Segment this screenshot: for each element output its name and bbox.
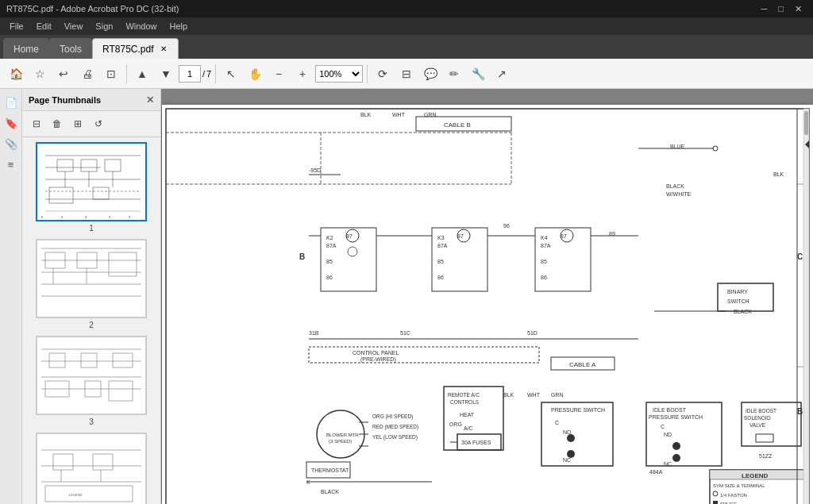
svg-text:86: 86 (541, 275, 547, 280)
svg-text:SWITCH: SWITCH (727, 298, 749, 304)
svg-text:W/WHITE: W/WHITE (666, 191, 691, 197)
tools2-button[interactable]: 🔧 (467, 63, 489, 85)
svg-text:85: 85 (541, 259, 547, 264)
svg-text:BLK: BLK (503, 392, 514, 398)
menu-sign[interactable]: Sign (89, 17, 119, 35)
svg-point-136 (567, 434, 575, 442)
svg-text:K4: K4 (541, 235, 548, 240)
tab-home[interactable]: Home (3, 38, 49, 59)
svg-text:WHT: WHT (392, 112, 406, 117)
thumbnail-page-4[interactable]: LEGEND 4 (27, 433, 156, 504)
svg-text:87A: 87A (326, 243, 337, 248)
svg-text:IDLE BOOST: IDLE BOOST (653, 407, 687, 413)
menu-help[interactable]: Help (164, 17, 195, 35)
svg-text:96: 96 (503, 223, 510, 229)
attachments-icon[interactable]: 📎 (2, 135, 20, 152)
svg-text:NC: NC (664, 461, 672, 467)
thumbnail-rotate-button[interactable]: ↺ (89, 114, 108, 133)
zoom-in-button[interactable]: + (291, 63, 314, 85)
bookmarks-icon[interactable]: 🔖 (2, 114, 20, 132)
svg-rect-221 (803, 109, 809, 504)
wiring-diagram-svg: CABLE B BLK WHT GRN BLUE BLK BLACK W/WHI (162, 105, 813, 504)
svg-text:BLACK: BLACK (321, 489, 339, 494)
thumbnail-extract-button[interactable]: ⊞ (68, 114, 87, 133)
tab-tools[interactable]: Tools (49, 38, 92, 59)
tab-document[interactable]: RT875C.pdf ✕ (92, 38, 178, 59)
thumbnail-image-4: LEGEND (36, 433, 147, 504)
left-icons-panel: 📄 🔖 📎 ≡ (0, 89, 22, 504)
thumbnail-image-1: 6 5 4 3 2 (36, 142, 147, 221)
svg-rect-31 (37, 337, 145, 414)
print-button[interactable]: 🖨 (76, 63, 98, 85)
svg-text:ND: ND (664, 432, 672, 437)
tab-close-icon[interactable]: ✕ (159, 44, 168, 54)
close-button[interactable]: ✕ (790, 2, 807, 16)
svg-text:51D: 51D (527, 330, 538, 336)
svg-text:SOLENOID: SOLENOID (744, 415, 771, 421)
home-button[interactable]: 🏠 (5, 63, 27, 85)
svg-rect-222 (804, 111, 808, 135)
svg-text:SYM  SIZE & TERMINAL: SYM SIZE & TERMINAL (713, 483, 765, 488)
panels-button[interactable]: ⊟ (395, 63, 418, 85)
thumbnail-options-button[interactable]: ⊟ (27, 114, 46, 133)
layers-icon[interactable]: ≡ (2, 156, 20, 173)
svg-text:-95D: -95D (309, 167, 321, 173)
svg-text:RED (MED SPEED): RED (MED SPEED) (372, 424, 418, 430)
thumbnail-page-2[interactable]: 2 (27, 239, 156, 329)
hand-tool-button[interactable]: ✋ (244, 63, 266, 85)
svg-text:LEGEND: LEGEND (742, 472, 769, 479)
svg-text:K2: K2 (326, 235, 333, 240)
svg-text:C: C (661, 424, 665, 429)
svg-point-145 (672, 454, 680, 462)
highlight-button[interactable]: ✏ (443, 63, 465, 85)
thumbnail-image-3 (36, 336, 147, 415)
nav-up-button[interactable]: ▲ (131, 63, 153, 85)
svg-text:31B: 31B (309, 330, 319, 336)
svg-text:30A FUSES: 30A FUSES (461, 440, 491, 445)
page-input[interactable] (179, 65, 201, 83)
svg-text:HEAT: HEAT (460, 412, 475, 417)
svg-text:YEL (LOW SPEED): YEL (LOW SPEED) (372, 434, 418, 441)
thumbnail-page-1[interactable]: 6 5 4 3 2 1 (27, 142, 156, 233)
svg-text:IDLE BOOST: IDLE BOOST (746, 408, 776, 414)
bookmark-button[interactable]: ☆ (29, 63, 51, 85)
zoom-select[interactable]: 100% 75% 125% 150% 200% Fit Page Fit Wid… (315, 65, 363, 83)
panel-tools: ⊟ 🗑 ⊞ ↺ (22, 111, 160, 137)
share-button[interactable]: ↗ (491, 63, 513, 85)
panel-close-button[interactable]: ✕ (146, 94, 154, 106)
thumbnail-delete-button[interactable]: 🗑 (48, 114, 67, 133)
menu-edit[interactable]: Edit (30, 17, 58, 35)
svg-text:BINARY: BINARY (727, 289, 748, 294)
svg-rect-173 (713, 501, 718, 504)
svg-text:CONTROLS: CONTROLS (450, 399, 480, 405)
svg-text:87A: 87A (437, 243, 448, 248)
menu-view[interactable]: View (58, 17, 90, 35)
svg-text:BLOWER MTR: BLOWER MTR (326, 433, 359, 437)
tab-tools-label: Tools (60, 44, 82, 55)
menu-file[interactable]: File (3, 17, 30, 35)
svg-text:85: 85 (326, 259, 333, 264)
thumbnail-page-3[interactable]: 3 (27, 336, 156, 426)
nav-down-button[interactable]: ▼ (155, 63, 177, 85)
pages-icon[interactable]: 📄 (2, 94, 20, 111)
tab-home-label: Home (13, 44, 39, 55)
svg-text:GRN: GRN (424, 112, 437, 117)
svg-text:ORG: ORG (449, 421, 462, 427)
zoom-out-button[interactable]: − (268, 63, 290, 85)
svg-text:87: 87 (561, 233, 567, 239)
svg-text:WHT: WHT (527, 392, 541, 398)
menu-window[interactable]: Window (119, 17, 163, 35)
select-tool-button[interactable]: ↖ (220, 63, 242, 85)
thumbnails-list: 6 5 4 3 2 1 (22, 137, 160, 504)
svg-rect-0 (37, 144, 145, 220)
rotate-button[interactable]: ⟳ (372, 63, 394, 85)
maximize-button[interactable]: □ (773, 2, 788, 16)
svg-text:VALVE: VALVE (749, 422, 766, 428)
pdf-viewer[interactable]: CABLE B BLK WHT GRN BLUE BLK BLACK W/WHI (161, 89, 813, 504)
svg-text:86: 86 (437, 275, 444, 280)
comment-button[interactable]: 💬 (419, 63, 441, 85)
back-button[interactable]: ↩ (52, 63, 75, 85)
svg-text:BLK: BLK (773, 171, 784, 177)
minimize-button[interactable]: ─ (757, 2, 773, 16)
zoom-fit-button[interactable]: ⊡ (100, 63, 122, 85)
